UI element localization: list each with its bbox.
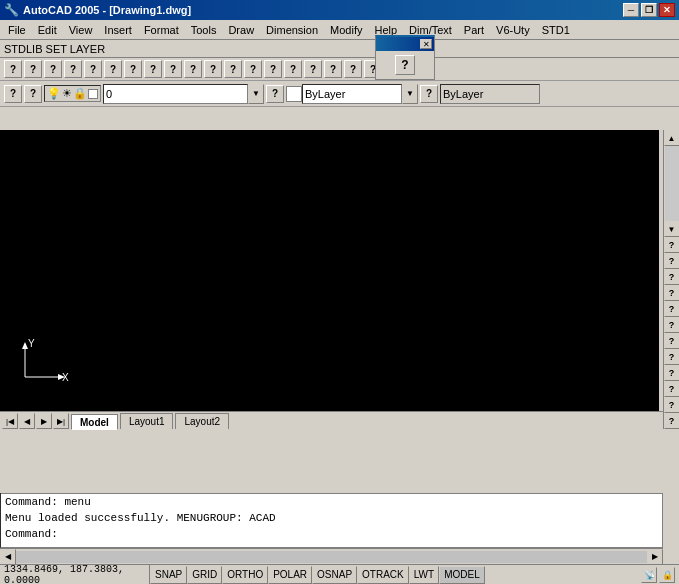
vertical-scrollbar: ▲ ▼ ? ? ? ? ? ? ? ? ? ? ? ? [663,130,679,429]
title-bar-right: ─ ❐ ✕ [623,3,675,17]
layer-select[interactable]: 0 [103,84,248,104]
app-icon: 🔧 [4,3,19,17]
lock-icon[interactable]: 🔒 [73,87,87,100]
color-help[interactable]: ? [420,85,438,103]
floating-dialog: ✕ ? [375,35,435,80]
sun-icon[interactable]: ☀ [62,87,72,100]
dialog-help-btn[interactable]: ? [395,55,415,75]
menu-edit[interactable]: Edit [32,22,63,38]
polar-button[interactable]: POLAR [268,566,312,584]
help-btn-8[interactable]: ? [144,60,162,78]
model-button[interactable]: MODEL [439,566,485,584]
otrack-button[interactable]: OTRACK [357,566,409,584]
layer-help-btn2[interactable]: ? [24,85,42,103]
menu-file[interactable]: File [2,22,32,38]
svg-text:Y: Y [28,338,35,349]
layer-dropdown-btn[interactable]: ▼ [248,84,264,104]
linestyle-select[interactable]: ByLayer [440,84,540,104]
right-help-11[interactable]: ? [664,397,680,413]
scroll-left-button[interactable]: ◀ [0,549,16,565]
menu-modify[interactable]: Modify [324,22,368,38]
menu-std1[interactable]: STD1 [536,22,576,38]
restore-button[interactable]: ❐ [641,3,657,17]
help-btn-9[interactable]: ? [164,60,182,78]
tab-nav-prev[interactable]: ◀ [19,413,35,429]
right-help-12[interactable]: ? [664,413,680,429]
right-help-6[interactable]: ? [664,317,680,333]
menu-part[interactable]: Part [458,22,490,38]
help-btn-3[interactable]: ? [44,60,62,78]
color-dropdown-btn[interactable]: ▼ [402,84,418,104]
tab-nav-next[interactable]: ▶ [36,413,52,429]
scroll-up-button[interactable]: ▲ [664,130,680,146]
layer-help2[interactable]: ? [266,85,284,103]
scroll-track-vertical [665,146,679,221]
tab-nav-last[interactable]: ▶| [53,413,69,429]
layer-help-btn[interactable]: ? [4,85,22,103]
right-help-10[interactable]: ? [664,381,680,397]
help-btn-4[interactable]: ? [64,60,82,78]
command-area: Command: menu Menu loaded successfully. … [0,493,663,548]
right-help-8[interactable]: ? [664,349,680,365]
help-btn-17[interactable]: ? [324,60,342,78]
ortho-button[interactable]: ORTHO [222,566,268,584]
stdlib-row: STDLIB SET LAYER [0,40,679,58]
menu-view[interactable]: View [63,22,99,38]
color-select[interactable]: ByLayer [302,84,402,104]
help-btn-7[interactable]: ? [124,60,142,78]
coordinates-display: 1334.8469, 187.3803, 0.0000 [0,564,150,585]
stdlib-label: STDLIB SET LAYER [4,43,105,55]
title-bar-left: 🔧 AutoCAD 2005 - [Drawing1.dwg] [4,3,191,17]
menu-dimension[interactable]: Dimension [260,22,324,38]
cmd-line-1: Command: menu [1,494,662,510]
tab-layout2[interactable]: Layout2 [175,413,229,429]
tab-model[interactable]: Model [71,414,118,430]
help-btn-18[interactable]: ? [344,60,362,78]
menu-draw[interactable]: Draw [222,22,260,38]
help-btn-16[interactable]: ? [304,60,322,78]
floating-dialog-content: ? [376,51,434,79]
lwt-button[interactable]: LWT [409,566,439,584]
scroll-track-horizontal[interactable] [16,551,647,563]
right-help-1[interactable]: ? [664,237,680,253]
color-swatch [286,86,302,102]
axis-indicator: Y X [10,337,70,399]
tab-bar: |◀ ◀ ▶ ▶| Model Layout1 Layout2 [0,411,663,429]
help-btn-5[interactable]: ? [84,60,102,78]
menu-tools[interactable]: Tools [185,22,223,38]
help-btn-15[interactable]: ? [284,60,302,78]
right-help-4[interactable]: ? [664,285,680,301]
right-help-5[interactable]: ? [664,301,680,317]
scroll-right-button[interactable]: ▶ [647,549,663,565]
menu-format[interactable]: Format [138,22,185,38]
snap-button[interactable]: SNAP [150,566,187,584]
help-btn-13[interactable]: ? [244,60,262,78]
help-btn-2[interactable]: ? [24,60,42,78]
menu-insert[interactable]: Insert [98,22,138,38]
help-btn-14[interactable]: ? [264,60,282,78]
minimize-button[interactable]: ─ [623,3,639,17]
right-help-3[interactable]: ? [664,269,680,285]
help-btn-1[interactable]: ? [4,60,22,78]
tab-layout1[interactable]: Layout1 [120,413,174,429]
lightbulb-icon[interactable]: 💡 [47,87,61,100]
drawing-canvas[interactable]: Y X [0,130,659,429]
menu-v6uty[interactable]: V6-Uty [490,22,536,38]
close-button[interactable]: ✕ [659,3,675,17]
scroll-down-button[interactable]: ▼ [664,221,680,237]
command-scrollbar: ◀ ▶ [0,548,663,564]
help-toolbar-row1: ? ? ? ? ? ? ? ? ? ? ? ? ? ? ? ? ? ? ? [0,58,679,81]
osnap-button[interactable]: OSNAP [312,566,357,584]
floating-dialog-close-button[interactable]: ✕ [420,39,432,49]
right-help-9[interactable]: ? [664,365,680,381]
help-btn-12[interactable]: ? [224,60,242,78]
grid-button[interactable]: GRID [187,566,222,584]
right-help-2[interactable]: ? [664,253,680,269]
cmd-line-3[interactable]: Command: [1,526,662,542]
help-btn-11[interactable]: ? [204,60,222,78]
tab-nav-first[interactable]: |◀ [2,413,18,429]
help-btn-6[interactable]: ? [104,60,122,78]
help-btn-10[interactable]: ? [184,60,202,78]
status-bar: 1334.8469, 187.3803, 0.0000 SNAP GRID OR… [0,564,679,584]
right-help-7[interactable]: ? [664,333,680,349]
